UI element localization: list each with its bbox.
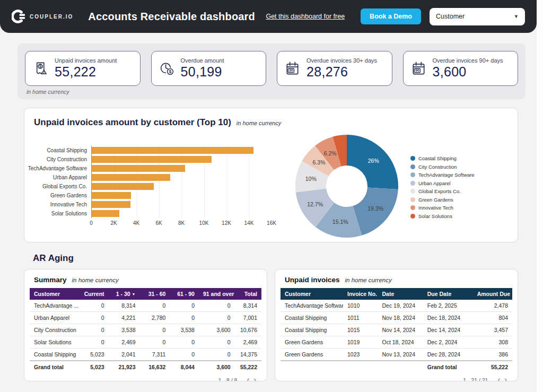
x-tick-label: 2K bbox=[110, 220, 117, 226]
summary-prev-page-button[interactable]: ‹ bbox=[246, 377, 250, 381]
table-cell: Feb 2, 2025 bbox=[423, 300, 473, 312]
table-row: Solar Solutions02,4690002,469 bbox=[30, 336, 261, 349]
table-cell: 16,632 bbox=[140, 361, 170, 373]
column-header[interactable]: Current bbox=[78, 288, 109, 300]
table-cell: Dec 28, 2024 bbox=[423, 349, 473, 361]
bar-global-exports-co-[interactable] bbox=[92, 183, 154, 190]
table-cell: 2,469 bbox=[235, 336, 261, 349]
summary-page-info: 1 - 8 / 8 bbox=[218, 377, 238, 382]
table-row: Green Gardens1019Oct 18, 2024Dec 2, 2024… bbox=[281, 336, 512, 349]
table-cell: 2,780 bbox=[140, 312, 170, 324]
table-cell: 0 bbox=[140, 336, 170, 349]
kpi-card: 90Overdue invoices 90+ days3,600 bbox=[403, 51, 519, 86]
bar-category-label: TechAdvantage Software bbox=[34, 164, 91, 173]
table-cell: 0 bbox=[170, 312, 199, 324]
kpi-text: Unpaid invoices amount55,222 bbox=[55, 57, 117, 80]
book-demo-button[interactable]: Book a Demo bbox=[361, 8, 421, 24]
column-header[interactable]: Due Date bbox=[423, 288, 473, 300]
grand-total-row: Grand total5,02321,92316,6328,0443,60055… bbox=[30, 361, 261, 373]
table-cell: 1019 bbox=[343, 336, 378, 349]
column-header[interactable]: Customer bbox=[281, 288, 343, 300]
bar-category-label: Urban Apparel bbox=[34, 173, 91, 182]
bar-innovative-tech[interactable] bbox=[92, 201, 130, 208]
summary-next-page-button[interactable]: › bbox=[252, 377, 257, 381]
table-cell bbox=[378, 361, 423, 373]
table-cell: 7,311 bbox=[140, 349, 170, 361]
clock-dollar-icon: $ bbox=[159, 60, 175, 77]
table-cell: Nov 13, 2024 bbox=[378, 349, 423, 361]
bar-urban-apparel[interactable] bbox=[92, 174, 170, 181]
table-cell: 0 bbox=[199, 336, 235, 349]
bar-solar-solutions[interactable] bbox=[92, 210, 119, 217]
invoices-next-page-button[interactable]: › bbox=[503, 377, 508, 381]
kpi-cards: $ Unpaid invoices amount55,222 $Overdue … bbox=[25, 51, 518, 86]
table-cell: 0 bbox=[170, 349, 199, 361]
table-row: TechAdvantage Software1010Dec 19, 2024Fe… bbox=[281, 300, 512, 312]
bar-category-label: Solar Solutions bbox=[34, 209, 91, 218]
donut-chart: Coastal Shipping: 26%City Construction: … bbox=[293, 132, 401, 242]
column-header[interactable]: Invoice No. bbox=[343, 288, 378, 300]
table-cell: Coastal Shipping bbox=[30, 349, 78, 361]
table-cell: Urban Apparel bbox=[30, 312, 78, 324]
bar-row bbox=[92, 191, 272, 200]
table-cell: 1023 bbox=[343, 349, 378, 361]
bar-techadvantage-software[interactable] bbox=[92, 165, 185, 172]
table-cell bbox=[343, 361, 378, 373]
table-cell: 0 bbox=[199, 312, 235, 324]
unpaid-by-customer-card: Unpaid invoices amount by customer (Top … bbox=[24, 108, 518, 242]
invoices-prev-page-button[interactable]: ‹ bbox=[496, 377, 501, 381]
bar-row bbox=[92, 146, 272, 155]
kpi-text: Overdue amount50,199 bbox=[181, 57, 224, 80]
legend-label: Global Exports Co. bbox=[418, 188, 461, 194]
table-row: Green Gardens1023Nov 13, 2024Dec 28, 202… bbox=[281, 349, 512, 361]
table-cell: 5,023 bbox=[78, 349, 109, 361]
legend-item: Green Gardens bbox=[410, 197, 475, 203]
kpi-card: $Overdue amount50,199 bbox=[151, 51, 267, 86]
summary-title: Summary bbox=[34, 276, 67, 284]
bar-city-construction[interactable] bbox=[92, 156, 212, 163]
column-header[interactable]: Amount Due bbox=[473, 288, 512, 300]
bar-coastal-shipping[interactable] bbox=[92, 147, 253, 154]
summary-table-card: Summary in home currency CustomerCurrent… bbox=[24, 269, 267, 381]
scrollbar-track[interactable] bbox=[537, 0, 543, 392]
unpaid-invoices-title: Unpaid invoices bbox=[285, 276, 340, 284]
table-cell: 8,314 bbox=[109, 300, 140, 312]
donut-slice-label: 26% bbox=[368, 158, 379, 164]
column-header[interactable]: Total bbox=[235, 288, 261, 300]
table-cell: 3,600 bbox=[199, 361, 235, 373]
table-cell: Dec 19, 2024 bbox=[378, 300, 423, 312]
table-cell: 2,478 bbox=[473, 300, 512, 312]
get-dashboard-link[interactable]: Get this dashboard for free bbox=[266, 13, 345, 20]
column-header[interactable]: 61 - 90 bbox=[170, 288, 199, 300]
column-header[interactable]: Date bbox=[378, 288, 423, 300]
legend-label: Green Gardens bbox=[418, 197, 453, 203]
donut-slice-label: 6.2% bbox=[324, 150, 337, 156]
legend-item: Solar Solutions bbox=[410, 213, 475, 219]
svg-text:$: $ bbox=[169, 69, 171, 74]
legend-label: Coastal Shipping bbox=[418, 155, 457, 161]
table-cell: 55,222 bbox=[235, 361, 261, 373]
unpaid-invoices-page-info: 1 - 21 / 21 bbox=[463, 377, 488, 382]
table-cell: 804 bbox=[473, 312, 512, 324]
coupler-logo[interactable]: COUPLER.IO bbox=[12, 10, 73, 23]
table-cell: 386 bbox=[473, 349, 512, 361]
table-cell: 1015 bbox=[343, 324, 378, 336]
legend-item: Innovative Tech bbox=[410, 205, 475, 211]
bar-green-gardens[interactable] bbox=[92, 192, 131, 199]
chart-title: Unpaid invoices amount by customer (Top … bbox=[34, 117, 231, 128]
column-header[interactable]: 91 and over bbox=[199, 288, 235, 300]
customer-filter-dropdown[interactable]: Customer ▼ bbox=[430, 8, 525, 25]
table-cell: 0 bbox=[78, 312, 109, 324]
table-cell: 0 bbox=[199, 349, 235, 361]
x-tick-label: 12K bbox=[222, 220, 231, 226]
column-header[interactable]: 1 - 30▼ bbox=[109, 288, 140, 300]
kpi-value: 50,199 bbox=[181, 64, 224, 80]
coupler-logo-text: COUPLER.IO bbox=[30, 14, 73, 20]
column-header[interactable]: 31 - 60 bbox=[140, 288, 170, 300]
bar-category-label: City Construction bbox=[34, 155, 91, 164]
column-header[interactable]: Customer bbox=[30, 288, 78, 300]
sort-desc-icon: ▼ bbox=[132, 292, 136, 296]
table-cell: 3,538 bbox=[170, 324, 199, 336]
table-cell bbox=[281, 361, 343, 373]
table-cell: Green Gardens bbox=[281, 349, 343, 361]
